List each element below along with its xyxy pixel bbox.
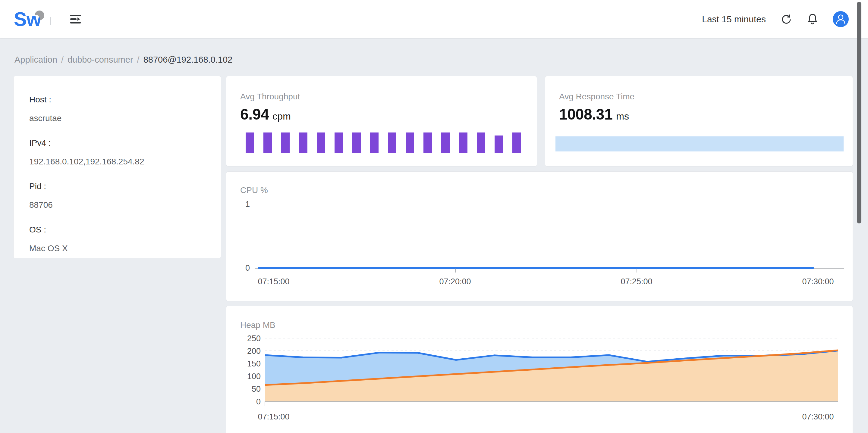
logo-crescent-icon bbox=[33, 8, 46, 22]
cpu-chart-card: CPU % 0107:15:0007:20:0007:25:0007:30:00 bbox=[226, 171, 853, 301]
skywalking-logo[interactable]: Sw bbox=[14, 5, 65, 34]
cpu-x-tick-label: 07:25:00 bbox=[621, 277, 652, 286]
throughput-bar[interactable] bbox=[370, 132, 378, 153]
cpu-series-line bbox=[258, 267, 814, 269]
cpu-x-tick-label: 07:30:00 bbox=[802, 277, 834, 286]
throughput-bar[interactable] bbox=[264, 132, 272, 153]
cpu-chart-plot[interactable]: 0107:15:0007:20:0007:25:0007:30:00 bbox=[226, 172, 853, 302]
throughput-bar[interactable] bbox=[281, 132, 290, 153]
throughput-bar[interactable] bbox=[299, 132, 307, 153]
pid-label: Pid : bbox=[29, 181, 144, 191]
breadcrumb-application[interactable]: Application bbox=[14, 55, 57, 65]
breadcrumb-separator: / bbox=[137, 55, 140, 65]
response-time-title: Avg Response Time bbox=[559, 92, 634, 101]
response-time-value-row: 1008.31 ms bbox=[559, 106, 629, 123]
heap-y-tick-label: 150 bbox=[247, 359, 261, 368]
heap-x-tick-label: 07:15:00 bbox=[258, 412, 289, 421]
avg-throughput-card: Avg Throughput 6.94 cpm bbox=[226, 76, 537, 167]
throughput-title: Avg Throughput bbox=[240, 92, 300, 101]
instance-info-fields: Host : ascrutae IPv4 : 192.168.0.102,192… bbox=[29, 95, 144, 268]
refresh-icon[interactable] bbox=[780, 13, 792, 25]
throughput-bar[interactable] bbox=[441, 132, 450, 153]
time-range-selector[interactable]: Last 15 minutes bbox=[702, 14, 766, 24]
throughput-bar[interactable] bbox=[495, 135, 503, 153]
breadcrumb: Application / dubbo-consumer / 88706@192… bbox=[14, 55, 232, 65]
heap-chart-card: Heap MB 05010015020025007:15:0007:30:00 bbox=[226, 306, 853, 433]
heap-y-tick-label: 0 bbox=[256, 397, 261, 406]
throughput-bar[interactable] bbox=[459, 132, 467, 153]
throughput-bar[interactable] bbox=[335, 132, 343, 153]
os-value: Mac OS X bbox=[29, 243, 144, 253]
skywalking-instance-page: Sw Last 15 minutes bbox=[0, 0, 868, 433]
cpu-axis-tick bbox=[455, 269, 456, 272]
response-time-bar[interactable] bbox=[555, 136, 844, 152]
cpu-axis-tick bbox=[637, 269, 637, 272]
avatar[interactable] bbox=[833, 11, 849, 27]
scrollbar-thumb[interactable] bbox=[857, 2, 861, 224]
os-label: OS : bbox=[29, 225, 144, 235]
throughput-bar[interactable] bbox=[477, 132, 485, 153]
header-actions: Last 15 minutes bbox=[702, 0, 849, 38]
throughput-value: 6.94 bbox=[240, 106, 269, 123]
heap-x-tick-label: 07:30:00 bbox=[802, 412, 834, 421]
throughput-bar[interactable] bbox=[388, 132, 396, 153]
throughput-bar[interactable] bbox=[513, 132, 521, 153]
breadcrumb-separator: / bbox=[61, 55, 64, 65]
app-header: Sw Last 15 minutes bbox=[0, 0, 868, 38]
host-label: Host : bbox=[29, 95, 144, 104]
heap-y-tick-label: 200 bbox=[247, 346, 261, 356]
pid-value: 88706 bbox=[29, 200, 144, 210]
throughput-bars[interactable] bbox=[246, 132, 521, 153]
cpu-y-tick-label: 0 bbox=[232, 264, 250, 273]
header-divider bbox=[50, 17, 51, 25]
cpu-x-tick-label: 07:20:00 bbox=[439, 277, 471, 286]
heap-y-tick-label: 50 bbox=[252, 385, 261, 394]
response-time-value: 1008.31 bbox=[559, 106, 613, 123]
breadcrumb-instance: 88706@192.168.0.102 bbox=[144, 55, 233, 65]
cpu-y-tick-label: 1 bbox=[232, 200, 250, 209]
heap-y-tick-label: 250 bbox=[247, 335, 261, 343]
ipv4-value: 192.168.0.102,192.168.254.82 bbox=[29, 157, 144, 167]
avg-response-time-card: Avg Response Time 1008.31 ms bbox=[545, 76, 853, 167]
heap-chart-title: Heap MB bbox=[240, 321, 276, 330]
menu-unfold-icon[interactable] bbox=[70, 14, 81, 25]
response-time-unit: ms bbox=[616, 111, 629, 122]
heap-y-tick-label: 100 bbox=[247, 372, 261, 381]
ipv4-label: IPv4 : bbox=[29, 138, 144, 148]
throughput-bar[interactable] bbox=[424, 132, 432, 153]
host-value: ascrutae bbox=[29, 113, 144, 123]
cpu-x-tick-label: 07:15:00 bbox=[258, 277, 289, 286]
throughput-unit: cpm bbox=[273, 111, 290, 122]
throughput-bar[interactable] bbox=[406, 132, 414, 153]
person-icon bbox=[833, 11, 849, 27]
throughput-value-row: 6.94 cpm bbox=[240, 106, 291, 123]
throughput-bar[interactable] bbox=[317, 132, 325, 153]
throughput-bar[interactable] bbox=[352, 132, 361, 153]
breadcrumb-app-name[interactable]: dubbo-consumer bbox=[67, 55, 133, 65]
throughput-bar[interactable] bbox=[246, 132, 254, 153]
instance-info-card: Host : ascrutae IPv4 : 192.168.0.102,192… bbox=[13, 76, 221, 258]
heap-chart-plot[interactable]: 05010015020025007:15:0007:30:00 bbox=[244, 335, 852, 422]
bell-icon[interactable] bbox=[807, 13, 818, 26]
